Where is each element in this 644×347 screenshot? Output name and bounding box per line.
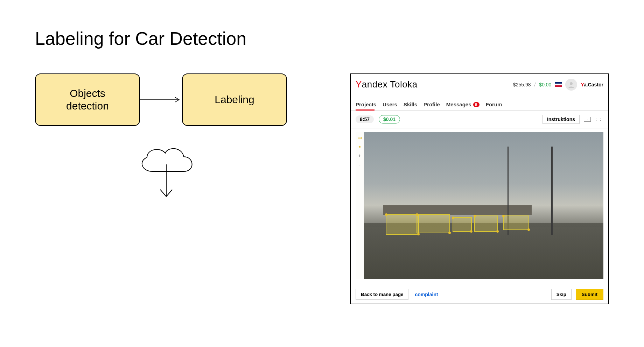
username-label[interactable]: Ya.Castor <box>581 82 603 87</box>
complaint-link[interactable]: complaint <box>415 292 438 297</box>
toloka-header: Yandex Toloka $255.98 / $0.00 Ya.Castor <box>351 74 608 95</box>
bounding-box[interactable] <box>416 214 450 233</box>
toloka-screenshot-panel: Yandex Toloka $255.98 / $0.00 Ya.Castor <box>350 73 609 304</box>
cloud-download-icon <box>133 143 203 206</box>
messages-badge: 5 <box>473 102 479 107</box>
toloka-logo: Yandex Toloka <box>356 79 418 90</box>
flow-box-objects-detection: Objects detection <box>35 73 140 126</box>
flag-uk-icon[interactable] <box>555 82 562 87</box>
flow-box-labeling: Labeling <box>182 73 287 126</box>
balance-separator: / <box>534 82 536 87</box>
bridge-shape <box>383 205 532 215</box>
nav-projects[interactable]: Projects <box>356 99 376 110</box>
task-price: $0.01 <box>379 115 400 123</box>
back-button[interactable]: Back to mane page <box>356 289 408 300</box>
fullscreen-icon[interactable]: ⠆⠆ <box>595 116 603 122</box>
tool-point-icon[interactable]: ٭ <box>358 144 361 149</box>
bounding-box[interactable] <box>386 214 419 235</box>
task-timer: 8:57 <box>356 115 374 123</box>
svg-point-2 <box>570 82 573 85</box>
tool-strip: ▭ ٭ + - <box>356 132 364 279</box>
person-icon <box>568 81 575 88</box>
street-photo <box>364 132 603 279</box>
zoom-out-button[interactable]: - <box>359 162 360 168</box>
flow-diagram: Objects detection Labeling <box>35 73 308 255</box>
nav-messages[interactable]: Messages 5 <box>446 99 479 110</box>
balance-secondary: $0.00 <box>539 82 551 87</box>
road-shape <box>364 227 603 279</box>
nav-profile[interactable]: Profile <box>424 99 440 110</box>
nav-users[interactable]: Users <box>383 99 397 110</box>
pole-shape <box>551 147 553 235</box>
balance-primary: $255.98 <box>513 82 531 87</box>
mail-icon[interactable] <box>584 117 591 122</box>
nav-skills[interactable]: Skills <box>404 99 417 110</box>
bounding-box[interactable] <box>474 215 498 232</box>
nav-forum[interactable]: Forum <box>486 99 502 110</box>
zoom-in-button[interactable]: + <box>358 153 361 158</box>
task-bar: 8:57 $0.01 Instruktions ⠆⠆ <box>351 111 608 128</box>
task-footer: Back to mane page complaint Skip Submit <box>351 285 608 304</box>
submit-button[interactable]: Submit <box>576 289 603 300</box>
annotation-canvas[interactable]: ▭ ٭ + - <box>356 132 603 279</box>
main-nav: Projects Users Skills Profile Messages 5… <box>351 95 608 111</box>
instructions-button[interactable]: Instruktions <box>542 115 580 124</box>
bounding-box[interactable] <box>453 217 472 232</box>
skip-button[interactable]: Skip <box>551 289 572 300</box>
slide-title: Labeling for Car Detection <box>35 28 609 49</box>
arrow-right-icon <box>140 94 182 105</box>
avatar[interactable] <box>565 79 577 91</box>
tool-rect-icon[interactable]: ▭ <box>357 135 362 140</box>
bounding-box[interactable] <box>503 215 529 230</box>
